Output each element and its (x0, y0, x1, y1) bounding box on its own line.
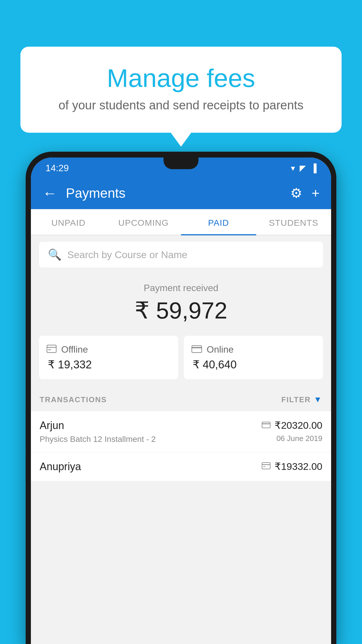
transaction-name-arjun: Arjun (40, 419, 156, 432)
svg-rect-5 (262, 422, 270, 428)
offline-card-header: Offline (47, 344, 171, 355)
tab-unpaid[interactable]: UNPAID (31, 209, 106, 235)
svg-rect-0 (47, 345, 56, 353)
transaction-desc-arjun: Physics Batch 12 Installment - 2 (40, 435, 156, 444)
app-bar-title: Payments (66, 185, 282, 201)
search-icon: 🔍 (48, 248, 61, 261)
search-container: 🔍 Search by Course or Name (31, 235, 331, 274)
online-payment-card: Online ₹ 40,640 (184, 336, 323, 379)
speech-bubble-container: Manage fees of your students and send re… (20, 47, 342, 133)
arjun-payment-icon (262, 420, 270, 430)
online-card-header: Online (191, 344, 315, 355)
status-time: 14:29 (45, 163, 69, 174)
svg-rect-7 (262, 463, 270, 469)
tab-students[interactable]: STUDENTS (256, 209, 331, 235)
transactions-header: TRANSACTIONS FILTER ▼ (31, 388, 331, 411)
arjun-amount: ₹20320.00 (275, 419, 322, 431)
transaction-row-arjun[interactable]: Arjun Physics Batch 12 Installment - 2 ₹… (31, 411, 331, 452)
transaction-right-arjun: ₹20320.00 06 June 2019 (262, 419, 322, 443)
offline-amount: ₹ 19,332 (47, 358, 171, 371)
search-placeholder: Search by Course or Name (67, 249, 187, 260)
bubble-title: Manage fees (44, 64, 318, 92)
online-amount: ₹ 40,640 (191, 358, 315, 371)
bubble-subtitle: of your students and send receipts to pa… (44, 98, 318, 112)
signal-icon: ◤ (300, 163, 306, 173)
arjun-date: 06 June 2019 (276, 434, 322, 443)
battery-icon: ▐ (311, 164, 317, 173)
payment-cards: Offline ₹ 19,332 Online ₹ 40,640 (31, 336, 331, 388)
wifi-icon: ▾ (291, 163, 295, 173)
transaction-right-anupriya: ₹19332.00 (262, 461, 322, 472)
offline-icon (47, 344, 57, 355)
anupriya-amount: ₹19332.00 (275, 461, 322, 472)
svg-rect-3 (192, 346, 202, 353)
status-icons: ▾ ◤ ▐ (291, 163, 317, 173)
settings-icon[interactable]: ⚙ (290, 185, 302, 201)
payment-received-label: Payment received (31, 283, 331, 293)
tab-paid[interactable]: PAID (181, 209, 256, 235)
offline-type-label: Offline (61, 344, 88, 355)
tab-upcoming[interactable]: UPCOMING (106, 209, 181, 235)
payment-summary: Payment received ₹ 59,972 (31, 274, 331, 336)
phone-notch (164, 158, 198, 169)
search-bar[interactable]: 🔍 Search by Course or Name (39, 242, 323, 267)
app-bar: ← Payments ⚙ + (31, 177, 331, 209)
transaction-name-anupriya: Anupriya (40, 461, 81, 473)
transaction-row-anupriya[interactable]: Anupriya ₹19332.00 (31, 452, 331, 481)
transaction-left-arjun: Arjun Physics Batch 12 Installment - 2 (40, 419, 156, 444)
phone-frame: 14:29 ▾ ◤ ▐ ← Payments ⚙ + UNPAID UPCOMI… (26, 152, 336, 644)
offline-payment-card: Offline ₹ 19,332 (39, 336, 178, 379)
filter-icon: ▼ (314, 395, 322, 404)
transactions-label: TRANSACTIONS (40, 395, 107, 404)
anupriya-payment-icon (262, 461, 270, 471)
filter-label: FILTER (281, 395, 311, 404)
tabs: UNPAID UPCOMING PAID STUDENTS (31, 209, 331, 235)
online-icon (191, 344, 202, 355)
phone-screen: 14:29 ▾ ◤ ▐ ← Payments ⚙ + UNPAID UPCOMI… (31, 158, 331, 644)
speech-bubble: Manage fees of your students and send re… (20, 47, 342, 133)
anupriya-amount-row: ₹19332.00 (262, 461, 322, 472)
back-button[interactable]: ← (43, 185, 57, 202)
arjun-amount-row: ₹20320.00 (262, 419, 322, 431)
filter-button[interactable]: FILTER ▼ (281, 395, 322, 404)
payment-total-amount: ₹ 59,972 (31, 297, 331, 324)
app-bar-actions: ⚙ + (290, 185, 319, 201)
online-type-label: Online (207, 344, 234, 355)
transaction-left-anupriya: Anupriya (40, 461, 81, 473)
add-icon[interactable]: + (312, 185, 319, 201)
